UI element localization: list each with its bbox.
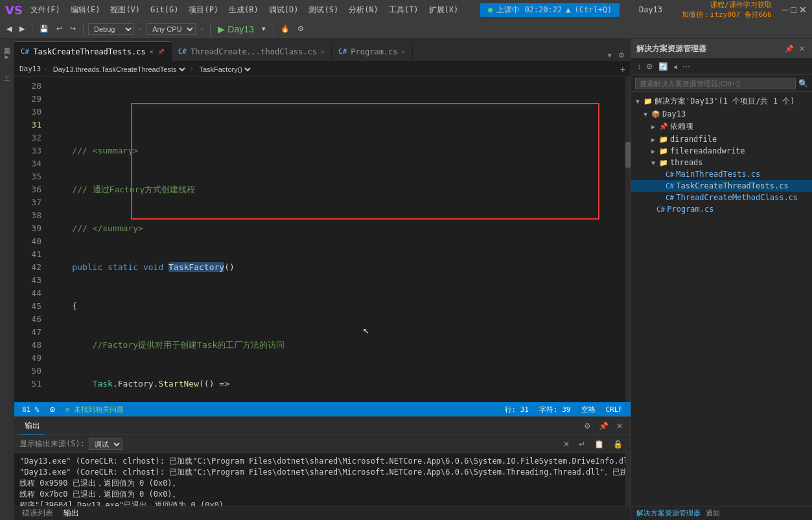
status-encoding[interactable]: CRLF — [603, 405, 626, 414]
tree-item-taskcreate[interactable]: C# TaskCreateThreadTests.cs — [631, 180, 812, 192]
toolbar-sep6 — [273, 23, 273, 36]
tree-label-mainthreadtests: MainThreadTests.cs — [676, 170, 760, 179]
run-dropdown-button[interactable]: ▾ — [259, 23, 268, 34]
code-editor[interactable]: 28 29 30 31 32 33 34 35 36 37 38 39 40 4… — [14, 77, 631, 402]
menu-item-debug[interactable]: 调试(D) — [266, 3, 301, 17]
status-zoom[interactable]: 81 % — [19, 405, 42, 414]
solution-search-input[interactable] — [635, 78, 796, 89]
toolbar-undo-button[interactable]: ↩ — [54, 23, 65, 34]
toolbar-save-all-button[interactable]: 💾 — [37, 23, 51, 34]
tabs-actions: ▾ ⚙ — [602, 50, 631, 61]
sol-tool-sync[interactable]: ↕ — [635, 61, 643, 73]
tab-close-3[interactable]: ✕ — [402, 48, 406, 55]
status-no-problems[interactable]: ⊙ 未找到相关问题 — [63, 405, 126, 414]
sol-tool-filter[interactable]: ⚙ — [644, 61, 655, 73]
breadcrumb-path1-item[interactable]: Day13.threads.TaskCreateThreadTests — [51, 65, 187, 74]
tree-icon-threads: 📁 — [659, 159, 668, 167]
bottom-tab-errors[interactable]: 错误列表 — [19, 506, 56, 520]
debug-config-dropdown[interactable]: Debug Release — [88, 23, 134, 35]
sol-bottom-link[interactable]: 解决方案资源管理器 — [636, 508, 701, 518]
output-scroll-lock-button[interactable]: 🔒 — [610, 438, 625, 450]
tree-item-program[interactable]: C# Program.cs — [631, 203, 812, 215]
cpu-config-dropdown[interactable]: Any CPU x86 x64 — [146, 23, 196, 35]
tab-pin-1[interactable]: 📌 — [157, 49, 165, 55]
breadcrumb-path1-select[interactable]: Day13.threads.TaskCreateThreadTests — [51, 65, 187, 74]
tab-program[interactable]: C# Program.cs ✕ — [332, 41, 413, 61]
status-ok-label: ⊙ 未找到相关问题 — [65, 405, 124, 414]
toolbar-back-button[interactable]: ◀ — [4, 23, 14, 34]
tree-item-mainthreadtests[interactable]: C# MainThreadTests.cs — [631, 168, 812, 180]
minimize-button[interactable]: ─ — [782, 5, 789, 15]
output-settings-button[interactable]: ⚙ — [581, 420, 594, 432]
menu-item-git[interactable]: Git(G) — [148, 4, 181, 16]
output-copy-button[interactable]: 📋 — [592, 438, 607, 450]
output-line-2: "Day13.exe" (CoreCLR: clrhost): 已加载"C:\P… — [19, 467, 620, 478]
sol-pin-button[interactable]: 📌 — [783, 43, 796, 54]
close-button[interactable]: ✕ — [799, 5, 807, 15]
tree-item-deps[interactable]: ▶ 📌 依赖项 — [631, 120, 812, 133]
sidebar-icon-toolbox[interactable]: 工具箱 — [1, 41, 13, 44]
sol-tool-collapse[interactable]: ◂ — [671, 61, 679, 73]
status-col[interactable]: 字符: 39 — [537, 405, 574, 414]
maximize-button[interactable]: □ — [791, 5, 796, 15]
output-scrollbar[interactable] — [625, 453, 631, 506]
sol-close-button[interactable]: ✕ — [797, 43, 807, 54]
tree-label-deps: 依赖项 — [670, 121, 693, 132]
breadcrumb-add-button[interactable]: + — [620, 64, 625, 74]
tab-task-create[interactable]: C# TaskCreateThreadTests.cs ✕ 📌 — [14, 41, 172, 61]
menu-item-analyze[interactable]: 分析(N) — [346, 3, 381, 17]
sidebar-icon-test[interactable]: ▶ — [2, 52, 12, 62]
output-word-wrap-button[interactable]: ↵ — [576, 438, 588, 450]
line-num-41: 41 — [14, 248, 41, 261]
sol-tool-refresh[interactable]: 🔄 — [656, 61, 670, 73]
breadcrumb-path2-select[interactable]: TaskFactory() — [196, 65, 253, 74]
tree-icon-filereadandwrite: 📁 — [659, 147, 668, 155]
tree-item-solution[interactable]: ▼ 📁 解决方案'Day13'(1 个项目/共 1 个) — [631, 95, 812, 108]
menu-item-extensions[interactable]: 扩展(X) — [426, 3, 461, 17]
status-circle[interactable]: ⊙ — [47, 404, 58, 414]
status-spaces[interactable]: 空格 — [579, 405, 598, 414]
menu-item-edit[interactable]: 编辑(E) — [68, 3, 103, 17]
output-clear-button[interactable]: ✕ — [561, 438, 572, 450]
output-close-button[interactable]: ✕ — [614, 420, 625, 432]
output-source-select[interactable]: 调试 生成 — [89, 438, 122, 450]
bottom-tab-output[interactable]: 输出 — [61, 506, 82, 520]
sol-search-icon: 🔍 — [798, 79, 808, 88]
code-line-33: //Factory提供对用于创建Task的工厂方法的访问 — [52, 339, 620, 352]
menu-item-view[interactable]: 视图(V) — [108, 3, 143, 17]
menu-item-file[interactable]: 文件(F) — [28, 3, 63, 17]
toolbar-redo-button[interactable]: ↪ — [67, 23, 78, 34]
status-row[interactable]: 行: 31 — [502, 405, 532, 414]
tree-item-dirandfile[interactable]: ▶ 📁 dirandfile — [631, 133, 812, 145]
code-scrollbar[interactable] — [625, 77, 631, 402]
breadcrumb-project[interactable]: Day13 — [19, 65, 41, 73]
tab-overflow-button[interactable]: ⚙ — [616, 50, 627, 61]
tab-list-button[interactable]: ▾ — [606, 50, 614, 61]
menu-item-test[interactable]: 测试(S) — [306, 3, 341, 17]
breadcrumb-path2-item[interactable]: TaskFactory() — [196, 65, 253, 74]
tree-item-threadcreate[interactable]: C# ThreadCreateMethodClass.cs — [631, 192, 812, 203]
tree-item-threads[interactable]: ▼ 📁 threads — [631, 157, 812, 168]
hot-reload-button[interactable]: 🔥 — [278, 23, 292, 34]
menu-item-tools[interactable]: 工具(T) — [386, 3, 421, 17]
tree-item-filereadandwrite[interactable]: ▶ 📁 filereadandwrite — [631, 145, 812, 157]
tree-icon-taskcreate: C# — [666, 182, 674, 190]
line-num-43: 43 — [14, 274, 41, 287]
output-pin-button[interactable]: 📌 — [596, 420, 611, 432]
tab-close-2[interactable]: ✕ — [321, 48, 325, 55]
menu-item-project[interactable]: 项目(P) — [186, 3, 221, 17]
menu-item-build[interactable]: 生成(B) — [226, 3, 261, 17]
toolbar-forward-button[interactable]: ▶ — [17, 23, 27, 34]
code-highlight-box — [131, 103, 599, 220]
sidebar-icon-server[interactable]: 工 — [1, 69, 13, 72]
tab-close-1[interactable]: ✕ — [150, 48, 154, 55]
tree-item-day13[interactable]: ▼ 📦 Day13 — [631, 108, 812, 120]
code-line-30: /// </summary> — [52, 222, 620, 235]
code-lines[interactable]: /// <summary> /// 通过Factory方式创建线程 /// </… — [47, 77, 625, 402]
toolbar-more-button[interactable]: ⚙ — [295, 23, 307, 34]
scrollbar-thumb[interactable] — [625, 142, 631, 168]
output-tab-label[interactable]: 输出 — [19, 418, 45, 435]
sol-tool-more[interactable]: ⋯ — [680, 61, 692, 73]
run-button[interactable]: ▶ Day13 — [215, 23, 256, 36]
tab-thread-create[interactable]: C# ThreadCreate...thodClass.cs ✕ — [172, 41, 332, 61]
